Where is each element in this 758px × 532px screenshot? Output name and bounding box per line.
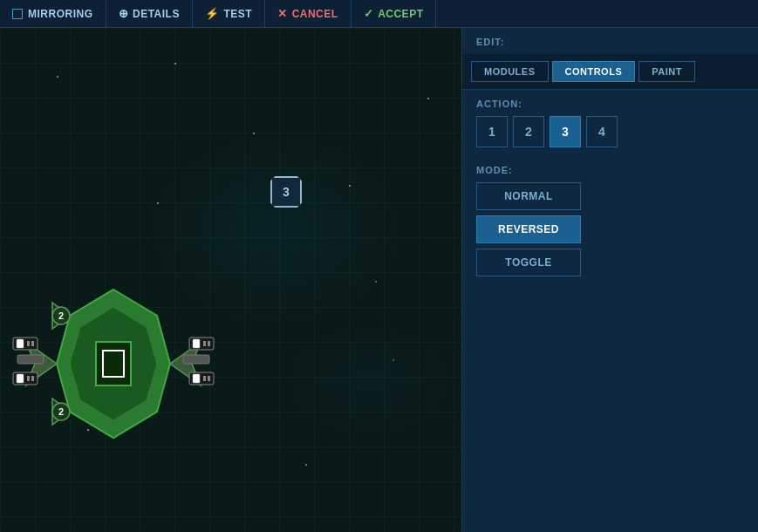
- mirroring-button[interactable]: MIRRORING: [0, 0, 106, 27]
- search-icon: ⊕: [119, 7, 129, 20]
- svg-rect-9: [17, 339, 24, 348]
- action-btn-4[interactable]: 4: [586, 116, 618, 147]
- svg-rect-14: [27, 376, 30, 381]
- star: [57, 76, 58, 78]
- cancel-label: CANCEL: [292, 8, 338, 20]
- svg-rect-12: [13, 372, 38, 385]
- mode-btn-reversed[interactable]: REVERSED: [476, 215, 581, 243]
- svg-text:2: 2: [58, 406, 64, 417]
- star: [305, 464, 307, 466]
- star: [157, 202, 159, 204]
- ship-svg: 2 2: [26, 202, 201, 481]
- svg-rect-6: [17, 355, 44, 364]
- svg-rect-8: [13, 338, 38, 350]
- action-btn-1[interactable]: 1: [476, 116, 508, 147]
- star: [253, 133, 255, 134]
- svg-marker-27: [52, 399, 70, 425]
- svg-marker-1: [70, 307, 157, 420]
- star: [349, 185, 351, 187]
- action-indicator: 3: [270, 176, 302, 208]
- toolbar: MIRRORING ⊕ DETAILS ⚡ TEST ✕ CANCEL ✓ AC…: [0, 0, 758, 28]
- action-label: ACTION:: [476, 99, 744, 109]
- action-btn-2[interactable]: 2: [513, 116, 544, 147]
- action-buttons-row: 1 2 3 4: [476, 116, 744, 147]
- accept-label: ACCEPT: [378, 8, 423, 20]
- svg-rect-17: [193, 339, 200, 348]
- mode-label: MODE:: [476, 165, 744, 175]
- action-section: ACTION: 1 2 3 4: [462, 90, 758, 156]
- star: [174, 63, 176, 65]
- svg-rect-11: [31, 341, 34, 346]
- accept-icon: ✓: [364, 7, 374, 20]
- svg-rect-7: [183, 355, 209, 364]
- svg-rect-18: [203, 341, 206, 346]
- ship: 2 2: [26, 202, 201, 485]
- cancel-button[interactable]: ✕ CANCEL: [265, 0, 352, 27]
- tab-row: MODULES CONTROLS PAINT: [462, 54, 758, 90]
- test-icon: ⚡: [205, 7, 220, 20]
- test-label: TEST: [223, 8, 252, 20]
- main-content: 2 2 3 EDIT: MODULES CONTROLS PAINT ACTIO…: [0, 28, 758, 532]
- edit-label: EDIT:: [476, 37, 744, 47]
- right-panel: EDIT: MODULES CONTROLS PAINT ACTION: 1 2…: [461, 28, 758, 532]
- svg-rect-15: [31, 376, 34, 381]
- svg-marker-0: [57, 290, 170, 438]
- svg-rect-20: [189, 372, 214, 385]
- svg-rect-13: [17, 374, 24, 383]
- svg-marker-4: [26, 342, 57, 385]
- action-indicator-value: 3: [283, 185, 290, 199]
- tab-modules[interactable]: MODULES: [471, 61, 549, 82]
- star: [375, 281, 377, 283]
- canvas-area[interactable]: 2 2 3: [0, 28, 461, 532]
- svg-point-25: [52, 307, 70, 324]
- star: [427, 98, 429, 99]
- svg-rect-10: [27, 341, 30, 346]
- mode-btn-toggle[interactable]: TOGGLE: [476, 249, 581, 276]
- mirroring-label: MIRRORING: [28, 8, 93, 20]
- svg-rect-16: [189, 338, 214, 350]
- tab-paint[interactable]: PAINT: [638, 61, 695, 82]
- svg-rect-22: [203, 376, 206, 381]
- edit-section: EDIT:: [462, 28, 758, 54]
- svg-rect-23: [208, 376, 210, 381]
- svg-marker-24: [52, 303, 70, 329]
- accept-button[interactable]: ✓ ACCEPT: [352, 0, 437, 27]
- star: [87, 429, 89, 431]
- svg-text:2: 2: [58, 310, 64, 321]
- mirroring-checkbox: [12, 9, 23, 19]
- svg-rect-21: [193, 374, 200, 383]
- tab-controls[interactable]: CONTROLS: [552, 61, 636, 82]
- svg-marker-5: [170, 342, 201, 385]
- svg-point-28: [52, 403, 70, 420]
- svg-rect-2: [96, 342, 131, 385]
- mode-btn-normal[interactable]: NORMAL: [476, 182, 581, 210]
- details-label: DETAILS: [133, 8, 180, 20]
- test-button[interactable]: ⚡ TEST: [193, 0, 265, 27]
- svg-rect-3: [103, 351, 124, 377]
- details-button[interactable]: ⊕ DETAILS: [106, 0, 193, 27]
- action-btn-3[interactable]: 3: [550, 116, 581, 147]
- star: [393, 359, 394, 361]
- mode-section: MODE: NORMAL REVERSED TOGGLE: [462, 156, 758, 290]
- svg-rect-19: [208, 341, 210, 346]
- cancel-icon: ✕: [277, 7, 288, 20]
